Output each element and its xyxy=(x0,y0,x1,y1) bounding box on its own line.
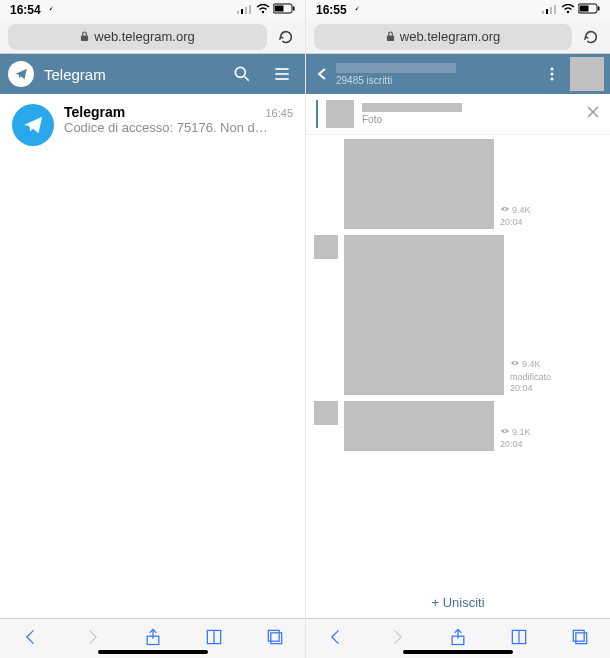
signal-icon xyxy=(542,3,558,17)
message-row[interactable]: 9.4Kmodificato20:04 xyxy=(314,235,602,395)
chat-item-preview: Codice di accesso: 75176. Non d… xyxy=(64,120,293,135)
battery-icon xyxy=(273,3,295,17)
phone-left: 16:54 web.telegram.org Telegram Telegram… xyxy=(0,0,305,658)
close-pinned-button[interactable] xyxy=(586,105,600,123)
message-meta: 9.4K20:04 xyxy=(500,204,531,229)
svg-rect-24 xyxy=(580,6,589,12)
messages-list[interactable]: 9.4K20:049.4Kmodificato20:049.1K20:04 xyxy=(306,135,610,587)
status-bar: 16:55 xyxy=(306,0,610,20)
message-meta: 9.1K20:04 xyxy=(500,426,531,451)
svg-point-32 xyxy=(504,207,507,210)
message-avatar xyxy=(314,401,338,425)
pinned-bar xyxy=(316,100,318,128)
reload-button[interactable] xyxy=(275,28,297,46)
svg-rect-8 xyxy=(81,36,88,41)
svg-rect-25 xyxy=(598,7,600,11)
svg-rect-38 xyxy=(573,630,584,641)
join-button[interactable]: + Unisciti xyxy=(306,587,610,618)
message-row[interactable]: 9.1K20:04 xyxy=(314,401,602,451)
wifi-icon xyxy=(561,3,575,17)
bookmarks-button[interactable] xyxy=(204,627,224,651)
svg-rect-20 xyxy=(550,7,552,14)
svg-point-27 xyxy=(551,68,554,71)
wifi-icon xyxy=(256,3,270,17)
svg-rect-17 xyxy=(268,630,279,641)
message-avatar xyxy=(314,235,338,259)
svg-rect-1 xyxy=(241,9,243,14)
chat-item-name: Telegram xyxy=(64,104,125,120)
channel-avatar[interactable] xyxy=(570,57,604,91)
message-meta: 9.4Kmodificato20:04 xyxy=(510,358,551,395)
svg-rect-21 xyxy=(554,5,556,14)
telegram-header: Telegram xyxy=(0,54,305,94)
message-image[interactable] xyxy=(344,235,504,395)
status-bar: 16:54 xyxy=(0,0,305,20)
message-row[interactable]: 9.4K20:04 xyxy=(314,139,602,229)
pinned-message[interactable]: Foto xyxy=(306,94,610,135)
share-button[interactable] xyxy=(143,627,163,651)
tabs-button[interactable] xyxy=(265,627,285,651)
chat-list-item[interactable]: Telegram 16:45 Codice di accesso: 75176.… xyxy=(0,94,305,156)
pinned-subtitle: Foto xyxy=(362,114,578,125)
svg-rect-3 xyxy=(249,5,251,14)
telegram-logo-icon[interactable] xyxy=(8,61,34,87)
svg-point-34 xyxy=(504,429,507,432)
share-button[interactable] xyxy=(448,627,468,651)
url-text: web.telegram.org xyxy=(400,29,500,44)
svg-point-28 xyxy=(551,73,554,76)
address-pill[interactable]: web.telegram.org xyxy=(314,24,572,50)
home-indicator xyxy=(98,650,208,654)
forward-button[interactable] xyxy=(82,627,102,651)
status-time: 16:54 xyxy=(10,3,41,17)
battery-icon xyxy=(578,3,600,17)
channel-name-redacted xyxy=(336,63,456,73)
back-button[interactable] xyxy=(21,627,41,651)
chat-body: Foto 9.4K20:049.4Kmodificato20:049.1K20:… xyxy=(306,94,610,618)
svg-rect-0 xyxy=(237,11,239,14)
status-time: 16:55 xyxy=(316,3,347,17)
location-icon xyxy=(351,3,360,17)
svg-rect-18 xyxy=(542,11,544,14)
chat-item-time: 16:45 xyxy=(265,107,293,119)
svg-point-4 xyxy=(262,11,264,13)
url-bar: web.telegram.org xyxy=(0,20,305,54)
forward-button[interactable] xyxy=(387,627,407,651)
svg-point-29 xyxy=(551,78,554,81)
location-icon xyxy=(45,3,54,17)
svg-rect-7 xyxy=(293,7,295,11)
phone-right: 16:55 web.telegram.org 29485 iscritti xyxy=(305,0,610,658)
chat-header: 29485 iscritti xyxy=(306,54,610,94)
bookmarks-button[interactable] xyxy=(509,627,529,651)
empty-area xyxy=(0,156,305,618)
more-button[interactable] xyxy=(540,66,564,82)
subscribers-count: 29485 iscritti xyxy=(336,75,540,86)
chat-avatar xyxy=(12,104,54,146)
menu-button[interactable] xyxy=(267,64,297,84)
svg-rect-2 xyxy=(245,7,247,14)
app-title: Telegram xyxy=(44,66,217,83)
message-image[interactable] xyxy=(344,401,494,451)
pinned-title-redacted xyxy=(362,103,462,112)
url-text: web.telegram.org xyxy=(94,29,194,44)
message-avatar xyxy=(314,139,338,163)
svg-line-10 xyxy=(245,77,249,81)
svg-point-9 xyxy=(235,67,245,77)
back-button[interactable] xyxy=(312,67,332,81)
address-pill[interactable]: web.telegram.org xyxy=(8,24,267,50)
search-button[interactable] xyxy=(227,64,257,84)
reload-button[interactable] xyxy=(580,28,602,46)
url-bar: web.telegram.org xyxy=(306,20,610,54)
svg-rect-19 xyxy=(546,9,548,14)
home-indicator xyxy=(403,650,513,654)
message-image[interactable] xyxy=(344,139,494,229)
signal-icon xyxy=(237,3,253,17)
tabs-button[interactable] xyxy=(570,627,590,651)
chat-title-block[interactable]: 29485 iscritti xyxy=(336,63,540,86)
lock-icon xyxy=(386,31,395,42)
svg-rect-6 xyxy=(275,6,284,12)
back-button[interactable] xyxy=(326,627,346,651)
svg-point-33 xyxy=(514,362,517,365)
svg-rect-26 xyxy=(387,36,394,41)
svg-rect-16 xyxy=(270,632,281,643)
svg-rect-37 xyxy=(575,632,586,643)
